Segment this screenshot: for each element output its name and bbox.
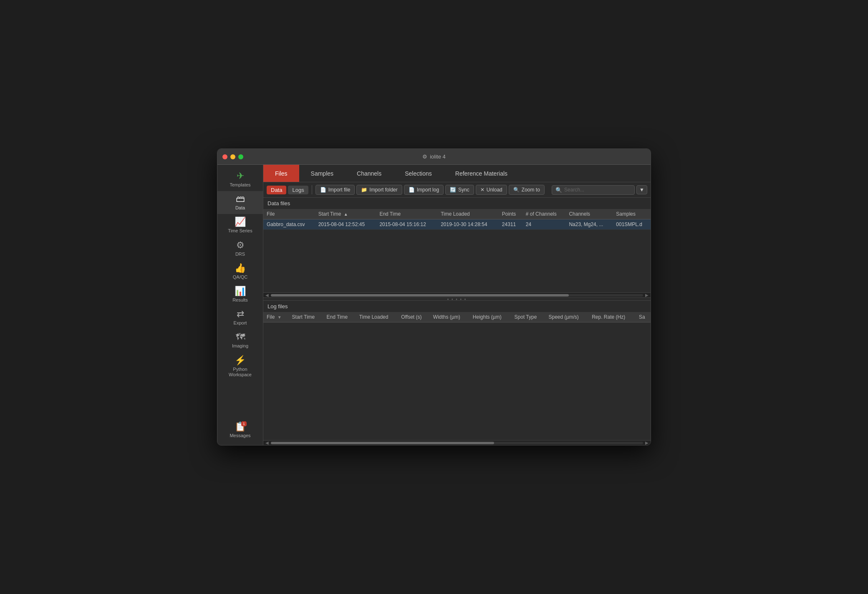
sidebar-item-results[interactable]: 📊 Results bbox=[217, 283, 263, 306]
sidebar-label-export: Export bbox=[234, 320, 247, 326]
import-folder-icon: 📁 bbox=[361, 187, 367, 193]
main-layout: ✈ Templates 🗃 Data 📈 Time Series ⚙ DRS 👍… bbox=[217, 165, 651, 445]
col-start-time[interactable]: Start Time ▲ bbox=[315, 209, 376, 219]
log-col-heights[interactable]: Heights (µm) bbox=[469, 312, 511, 322]
col-time-loaded[interactable]: Time Loaded bbox=[437, 209, 499, 219]
log-col-end-time[interactable]: End Time bbox=[323, 312, 356, 322]
sidebar-item-templates[interactable]: ✈ Templates bbox=[217, 168, 263, 191]
sidebar-item-data[interactable]: 🗃 Data bbox=[217, 191, 263, 214]
log-col-time-loaded[interactable]: Time Loaded bbox=[356, 312, 398, 322]
import-log-icon: 📄 bbox=[409, 187, 415, 193]
log-col-spot-type[interactable]: Spot Type bbox=[511, 312, 545, 322]
sidebar-item-python[interactable]: ⚡ PythonWorkspace bbox=[217, 352, 263, 381]
sidebar-item-messages[interactable]: 📋 1 Messages bbox=[217, 419, 263, 442]
tab-channels[interactable]: Channels bbox=[345, 165, 393, 182]
sidebar-item-imaging[interactable]: 🗺 Imaging bbox=[217, 329, 263, 352]
log-files-table-container[interactable]: File ▼ Start Time End Time bbox=[263, 312, 651, 440]
sync-button[interactable]: 🔄 Sync bbox=[445, 185, 474, 195]
data-files-label: Data files bbox=[263, 198, 651, 209]
cell-samples: 001SMPL.d bbox=[613, 219, 651, 230]
sidebar-label-imaging: Imaging bbox=[232, 343, 248, 349]
cell-file: Gabbro_data.csv bbox=[263, 219, 315, 230]
table-row[interactable]: Gabbro_data.csv 2015-08-04 12:52:45 2015… bbox=[263, 219, 651, 230]
data-files-table-container[interactable]: File Start Time ▲ End Time Time Loaded bbox=[263, 209, 651, 292]
traffic-lights bbox=[222, 154, 243, 159]
sidebar-label-templates: Templates bbox=[230, 182, 250, 188]
log-files-header-row: File ▼ Start Time End Time bbox=[263, 312, 651, 322]
import-file-button[interactable]: 📄 Import file bbox=[315, 185, 355, 195]
search-icon: 🔍 bbox=[555, 187, 562, 193]
close-button[interactable] bbox=[222, 154, 227, 159]
maximize-button[interactable] bbox=[238, 154, 243, 159]
col-samples[interactable]: Samples bbox=[613, 209, 651, 219]
log-col-offset[interactable]: Offset (s) bbox=[398, 312, 429, 322]
sidebar-item-timeseries[interactable]: 📈 Time Series bbox=[217, 214, 263, 237]
sidebar-item-export[interactable]: ⇄ Export bbox=[217, 306, 263, 329]
search-input[interactable] bbox=[564, 187, 631, 193]
zoom-to-button[interactable]: 🔍 Zoom to bbox=[509, 185, 545, 195]
search-box: 🔍 bbox=[552, 185, 635, 195]
log-files-thead: File ▼ Start Time End Time bbox=[263, 312, 651, 322]
cell-time-loaded: 2019-10-30 14:28:54 bbox=[437, 219, 499, 230]
hscroll-right-arrow[interactable]: ▶ bbox=[644, 293, 650, 297]
search-option-button[interactable]: ▼ bbox=[636, 185, 647, 194]
sidebar-label-messages: Messages bbox=[230, 433, 250, 438]
data-icon: 🗃 bbox=[236, 194, 245, 204]
import-folder-button[interactable]: 📁 Import folder bbox=[356, 185, 402, 195]
log-col-widths[interactable]: Widths (µm) bbox=[430, 312, 469, 322]
toolbar: Data Logs 📄 Import file 📁 Import folder … bbox=[263, 182, 651, 198]
import-log-button[interactable]: 📄 Import log bbox=[404, 185, 444, 195]
data-files-header-row: File Start Time ▲ End Time Time Loaded bbox=[263, 209, 651, 219]
minimize-button[interactable] bbox=[230, 154, 235, 159]
sort-arrow: ▲ bbox=[344, 212, 348, 216]
tab-samples[interactable]: Samples bbox=[299, 165, 345, 182]
tab-reference[interactable]: Reference Materials bbox=[444, 165, 519, 182]
log-files-hscroll[interactable]: ◀ ▶ bbox=[263, 440, 651, 445]
tab-selections[interactable]: Selections bbox=[393, 165, 444, 182]
data-toggle-button[interactable]: Data bbox=[267, 186, 286, 194]
log-col-sa[interactable]: Sa bbox=[636, 312, 651, 322]
sidebar-label-python: PythonWorkspace bbox=[229, 367, 252, 378]
cell-end-time: 2015-08-04 15:16:12 bbox=[376, 219, 437, 230]
sidebar-label-timeseries: Time Series bbox=[228, 228, 252, 234]
sidebar-label-qaqc: QA/QC bbox=[233, 274, 247, 280]
qaqc-icon: 👍 bbox=[235, 264, 246, 273]
col-points[interactable]: Points bbox=[499, 209, 522, 219]
title-text: iolite 4 bbox=[430, 154, 446, 160]
messages-badge: 1 bbox=[241, 421, 247, 426]
tab-files[interactable]: Files bbox=[263, 165, 299, 182]
unload-button[interactable]: ✕ Unload bbox=[476, 185, 507, 195]
col-file[interactable]: File bbox=[263, 209, 315, 219]
col-channels[interactable]: Channels bbox=[565, 209, 613, 219]
data-files-thead: File Start Time ▲ End Time Time Loaded bbox=[263, 209, 651, 219]
unload-icon: ✕ bbox=[480, 187, 484, 193]
templates-icon: ✈ bbox=[237, 171, 244, 181]
log-files-section: Log files File ▼ Start Time bbox=[263, 301, 651, 445]
toolbar-separator bbox=[312, 185, 312, 194]
log-col-file[interactable]: File ▼ bbox=[263, 312, 289, 322]
logs-toggle-button[interactable]: Logs bbox=[288, 186, 308, 194]
cell-points: 24311 bbox=[499, 219, 522, 230]
log-hscroll-left-arrow[interactable]: ◀ bbox=[264, 440, 270, 445]
col-end-time[interactable]: End Time bbox=[376, 209, 437, 219]
cell-num-channels: 24 bbox=[522, 219, 566, 230]
hscroll-left-arrow[interactable]: ◀ bbox=[264, 293, 270, 297]
log-col-start-time[interactable]: Start Time bbox=[289, 312, 323, 322]
export-icon: ⇄ bbox=[237, 310, 244, 319]
log-col-speed[interactable]: Speed (µm/s) bbox=[545, 312, 589, 322]
titlebar: ⚙ iolite 4 bbox=[217, 149, 651, 165]
cell-start-time: 2015-08-04 12:52:45 bbox=[315, 219, 376, 230]
log-hscroll-track[interactable] bbox=[271, 442, 643, 444]
splitter[interactable]: • • • • • bbox=[263, 297, 651, 301]
zoom-icon: 🔍 bbox=[513, 187, 520, 193]
log-col-rep-rate[interactable]: Rep. Rate (Hz) bbox=[588, 312, 636, 322]
cell-channels: Na23, Mg24, ... bbox=[565, 219, 613, 230]
sidebar-item-drs[interactable]: ⚙ DRS bbox=[217, 237, 263, 260]
imaging-icon: 🗺 bbox=[236, 332, 245, 342]
col-num-channels[interactable]: # of Channels bbox=[522, 209, 566, 219]
sidebar-item-qaqc[interactable]: 👍 QA/QC bbox=[217, 260, 263, 283]
log-hscroll-right-arrow[interactable]: ▶ bbox=[644, 440, 650, 445]
import-file-icon: 📄 bbox=[320, 187, 326, 193]
hscroll-track[interactable] bbox=[271, 294, 643, 297]
filter-arrow: ▼ bbox=[278, 315, 282, 320]
